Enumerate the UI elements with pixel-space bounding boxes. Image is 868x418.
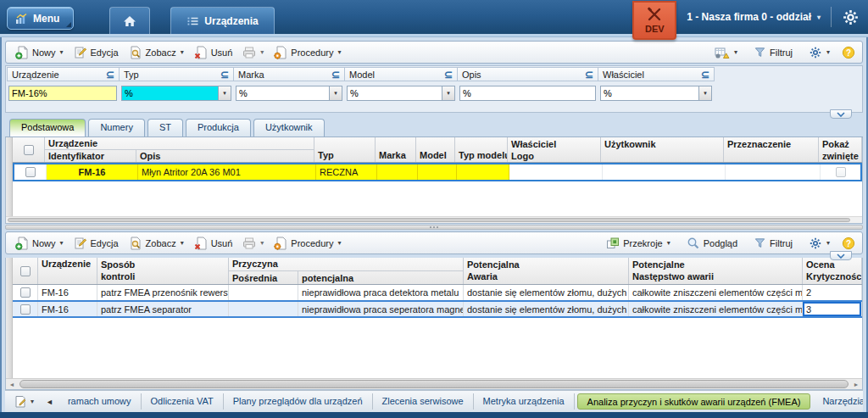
filter-marka-dropdown[interactable]: ▾ xyxy=(330,86,342,101)
company-selector[interactable]: 1 - Nasza firma 0 - oddział ▾ xyxy=(687,11,821,23)
edit-button[interactable]: Edycja xyxy=(70,44,123,61)
column-header-marka[interactable]: Marka xyxy=(376,137,416,162)
devices-grid-hscrollbar[interactable] xyxy=(6,216,862,223)
subset-operator-icon[interactable]: ⊆ xyxy=(701,69,709,81)
tab-home[interactable] xyxy=(109,7,150,34)
column-header-ocena-krytycznosci[interactable]: Ocena Krytyczności xyxy=(803,258,862,284)
column-header-uzytkownik[interactable]: Użytkownik xyxy=(601,137,724,162)
new-button[interactable]: Nowy▾ xyxy=(11,44,68,61)
select-all-checkbox[interactable] xyxy=(20,266,31,276)
filter-header-urzadzenie[interactable]: Urządzenie⊆ xyxy=(7,67,120,81)
filter-header-model[interactable]: Model⊆ xyxy=(344,67,458,81)
view-button[interactable]: Zobacz▾ xyxy=(125,235,188,252)
scroll-left-arrow[interactable]: ◄ xyxy=(6,379,18,389)
new-button[interactable]: Nowy▾ xyxy=(11,235,68,252)
sections-button[interactable]: Przekroje▾ xyxy=(602,235,674,252)
filter-header-opis[interactable]: Opis⊆ xyxy=(457,67,598,81)
filter-opis-input[interactable] xyxy=(459,86,596,101)
settings-gear-button[interactable] xyxy=(842,8,860,26)
filter-wlasciciel-input[interactable] xyxy=(600,86,699,101)
view-button[interactable]: Zobacz▾ xyxy=(125,44,188,61)
menu-button[interactable]: Menu xyxy=(7,7,74,30)
delete-button[interactable]: Usuń xyxy=(190,235,237,252)
subset-operator-icon[interactable]: ⊆ xyxy=(331,69,340,81)
hscrollbar-track[interactable] xyxy=(18,379,850,389)
fmea-row-2-selected[interactable]: FM-16 patrz FMEA separator nieprawidłowa… xyxy=(13,300,862,318)
filter-typ-input[interactable] xyxy=(121,86,219,101)
column-header-typ[interactable]: Typ xyxy=(314,137,376,162)
row-checkbox[interactable] xyxy=(20,287,31,298)
filter-urzadzenie-input[interactable] xyxy=(8,86,117,101)
filter-typ-dropdown[interactable]: ▾ xyxy=(219,86,231,101)
tab-podstawowa[interactable]: Podstawowa xyxy=(9,119,86,137)
column-header-potencjalna-awaria[interactable]: Potencjalna Awaria xyxy=(464,258,629,284)
help-button[interactable]: ? xyxy=(842,46,855,59)
row-edit-tool-button[interactable]: ▾ xyxy=(5,395,41,409)
bottom-tab-odliczenia-vat[interactable]: Odliczenia VAT xyxy=(142,393,224,410)
filter-button[interactable]: Filtruj xyxy=(749,235,797,251)
grid-settings-button[interactable]: ▾ xyxy=(804,44,834,61)
tab-numery[interactable]: Numery xyxy=(88,119,145,137)
filter-header-typ[interactable]: Typ⊆ xyxy=(119,67,234,81)
column-header-opis[interactable]: Opis xyxy=(136,150,314,162)
bottom-tab-plany-przegladow[interactable]: Plany przeglądów dla urządzeń xyxy=(224,393,373,410)
grid-settings-button[interactable]: ▾ xyxy=(804,235,834,252)
column-header-urzadzenie[interactable]: Urządzenie xyxy=(38,258,97,284)
pokaz-zwiniete-checkbox[interactable] xyxy=(836,167,846,177)
select-all-checkbox[interactable] xyxy=(24,145,34,155)
column-header-posrednia[interactable]: Pośrednia xyxy=(229,271,298,284)
row-checkbox[interactable] xyxy=(25,167,36,177)
print-button[interactable]: ▾ xyxy=(238,235,268,252)
row-checkbox[interactable] xyxy=(20,304,31,315)
panel-splitter[interactable] xyxy=(5,225,863,230)
column-header-pokaz-zwiniete[interactable]: Pokaż zwinięte xyxy=(819,137,862,162)
subset-operator-icon[interactable]: ⊆ xyxy=(444,69,453,81)
preview-button[interactable]: Podgląd xyxy=(682,235,742,252)
column-header-wlasciciel-logo[interactable]: Właściciel Logo xyxy=(508,137,601,162)
filter-header-marka[interactable]: Marka⊆ xyxy=(233,67,345,81)
bottom-tab-narzedzia[interactable]: Narzędzia potrze xyxy=(813,393,863,410)
scroll-right-arrow[interactable]: ► xyxy=(850,379,862,389)
filter-model-input[interactable] xyxy=(347,86,442,101)
procedures-button[interactable]: Procedury▾ xyxy=(270,44,345,61)
subset-operator-icon[interactable]: ⊆ xyxy=(220,69,229,81)
column-header-sposob-kontroli[interactable]: Sposób kontroli xyxy=(97,258,229,284)
collapse-fmea-toolbar-button[interactable] xyxy=(830,251,852,260)
filter-header-wlasciciel[interactable]: Właściciel⊆ xyxy=(598,67,715,81)
column-header-przeznaczenie[interactable]: Przeznaczenie xyxy=(724,137,819,162)
subset-operator-icon[interactable]: ⊆ xyxy=(106,69,114,81)
fmea-row-1[interactable]: FM-16 patrz FMEA przenośnik rewersyjny z… xyxy=(13,285,862,300)
collapse-filter-panel-button[interactable] xyxy=(830,109,852,119)
tab-urzadzenia[interactable]: Urządzenia xyxy=(170,7,274,34)
bottom-tab-ramach-umowy[interactable]: ramach umowy xyxy=(58,393,142,410)
device-row-selected[interactable]: FM-16 Młyn Atritor 20A 36 M01 RECZNA xyxy=(13,163,862,181)
column-header-potencjalna[interactable]: potencjalna xyxy=(298,271,463,284)
column-header-identyfikator[interactable]: Identyfikator xyxy=(45,150,136,162)
column-header-nastepstwo-awarii[interactable]: Potencjalne Następstwo awarii xyxy=(629,258,803,284)
tab-produkcja[interactable]: Produkcja xyxy=(186,119,251,137)
edit-button[interactable]: Edycja xyxy=(70,235,123,252)
hscrollbar-thumb[interactable] xyxy=(19,380,849,388)
cell-ocena-krytycznosci-focused[interactable]: 3 xyxy=(803,302,862,316)
select-all-checkbox-cell xyxy=(13,258,38,284)
bottom-tab-zlecenia-serwisowe[interactable]: Zlecenia serwisowe xyxy=(373,393,474,410)
filter-button[interactable]: Filtruj xyxy=(749,44,797,60)
filter-marka-input[interactable] xyxy=(236,86,330,101)
bottom-tab-fmea-active[interactable]: Analiza przyczyn i skutków awarii urządz… xyxy=(577,393,811,410)
filter-model-dropdown[interactable]: ▾ xyxy=(442,86,455,101)
column-settings-button[interactable]: ▾ xyxy=(710,44,742,61)
help-button[interactable]: ? xyxy=(842,237,855,250)
tab-uzytkownik[interactable]: Użytkownik xyxy=(253,119,325,137)
column-header-typ-modelu[interactable]: Typ modelu xyxy=(455,137,508,162)
filter-wlasciciel-dropdown[interactable]: ▾ xyxy=(699,86,712,101)
delete-button[interactable]: Usuń xyxy=(190,44,237,61)
tabs-scroll-left-arrow[interactable]: ◄ xyxy=(41,398,58,406)
tab-st[interactable]: ST xyxy=(147,119,183,137)
bottom-tab-metryka-urzadzenia[interactable]: Metryka urządzenia xyxy=(474,393,575,410)
subset-operator-icon[interactable]: ⊆ xyxy=(585,69,593,81)
fmea-grid-hscrollbar[interactable]: ◄ ► xyxy=(6,378,862,389)
procedures-button[interactable]: Procedury▾ xyxy=(270,235,345,252)
hscrollbar-thumb[interactable] xyxy=(8,218,850,222)
print-button[interactable]: ▾ xyxy=(238,44,268,61)
column-header-model[interactable]: Model xyxy=(416,137,455,162)
